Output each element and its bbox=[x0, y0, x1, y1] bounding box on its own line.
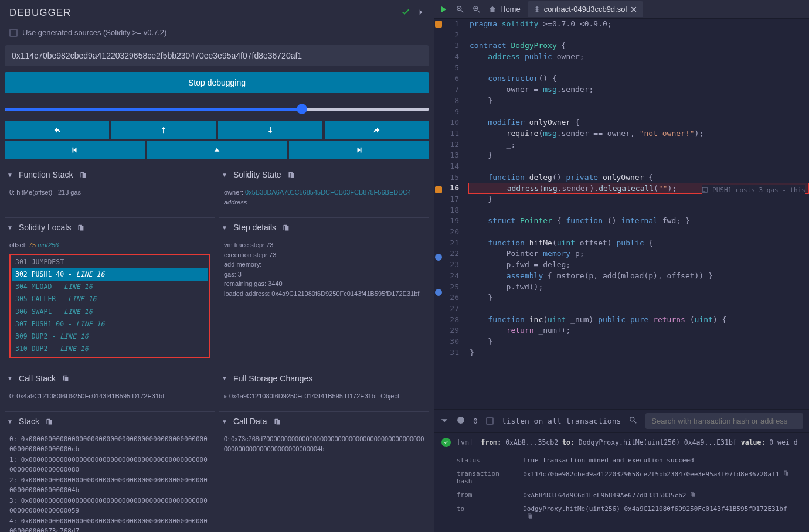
copy-icon[interactable] bbox=[282, 224, 290, 231]
inline-hint: PUSH1 costs 3 gas - this bbox=[702, 185, 805, 196]
copy-icon[interactable] bbox=[77, 224, 84, 231]
run-icon[interactable] bbox=[439, 5, 448, 14]
call-data-header[interactable]: ▼ Call Data bbox=[219, 411, 429, 431]
transaction-details-table: statustrue Transaction mined and executi… bbox=[456, 453, 802, 524]
terminal-search-input[interactable] bbox=[645, 413, 803, 429]
copy-icon[interactable] bbox=[62, 374, 69, 382]
copy-icon[interactable] bbox=[79, 171, 87, 179]
step-back-button[interactable] bbox=[5, 121, 109, 139]
step-slider[interactable] bbox=[5, 105, 429, 113]
call-data-panel: ▼ Call Data 0: 0x73c768d7000000000000000… bbox=[219, 411, 429, 532]
opcode-row[interactable]: 310 DUP2 - LINE 16 bbox=[12, 343, 208, 355]
search-icon[interactable] bbox=[629, 416, 637, 426]
file-tab[interactable]: contract-049d3ccb9d.sol bbox=[528, 1, 644, 17]
chevron-right-icon[interactable] bbox=[417, 9, 424, 18]
opcode-row[interactable]: 302 PUSH1 40 - LINE 16 bbox=[12, 268, 208, 281]
copy-icon[interactable] bbox=[783, 470, 789, 476]
function-stack-header[interactable]: ▼ Function Stack bbox=[5, 165, 215, 184]
terminal: 0 listen on all transactions [vm] from: … bbox=[434, 409, 809, 532]
stack-row: 1: 0x00000000000000000000000000000000000… bbox=[9, 455, 210, 475]
opcode-row[interactable]: 301 JUMPDEST - bbox=[12, 256, 208, 268]
pending-count: 0 bbox=[473, 417, 478, 425]
stack-row: 3: 0x00000000000000000000000000000000000… bbox=[9, 496, 210, 516]
jump-prev-button[interactable] bbox=[5, 141, 145, 159]
jump-next-button[interactable] bbox=[289, 141, 429, 159]
solidity-locals-header[interactable]: ▼ Solidity Locals bbox=[5, 217, 215, 237]
stack-header[interactable]: ▼ Stack bbox=[5, 411, 215, 431]
close-tab-icon[interactable] bbox=[630, 6, 637, 13]
copy-icon[interactable] bbox=[689, 491, 696, 497]
terminal-clear-icon[interactable] bbox=[457, 416, 465, 426]
copy-icon[interactable] bbox=[273, 418, 281, 425]
warning-marker[interactable] bbox=[435, 186, 442, 193]
check-icon[interactable] bbox=[401, 8, 410, 19]
editor-tabs: Home contract-049d3ccb9d.sol bbox=[434, 0, 809, 19]
home-tab[interactable]: Home bbox=[488, 5, 521, 13]
stack-row: 0: 0x00000000000000000000000000000000000… bbox=[9, 434, 210, 455]
code-editor[interactable]: 1234567891011121314151617181920212223242… bbox=[434, 19, 809, 409]
opcode-row[interactable]: 307 PUSH1 00 - LINE 16 bbox=[12, 318, 208, 330]
solidity-state-panel: ▼ Solidity State owner: 0x5B38DA6A701C56… bbox=[219, 165, 429, 213]
listen-label: listen on all transactions bbox=[502, 417, 621, 425]
stop-debugging-button[interactable]: Stop debugging bbox=[5, 72, 429, 93]
breakpoint-marker[interactable] bbox=[435, 289, 442, 296]
copy-icon[interactable] bbox=[45, 418, 53, 425]
use-generated-sources-label: Use generated sources (Solidity >= v0.7.… bbox=[22, 28, 166, 37]
opcode-row[interactable]: 304 MLOAD - LINE 16 bbox=[12, 281, 208, 293]
opcode-row[interactable]: 305 CALLER - LINE 16 bbox=[12, 293, 208, 305]
full-storage-header[interactable]: ▼ Full Storage Changes bbox=[219, 369, 429, 388]
zoom-out-icon[interactable] bbox=[456, 5, 465, 14]
terminal-toggle-icon[interactable] bbox=[440, 416, 448, 426]
function-stack-row: 0: hitMe(offset) - 213 gas bbox=[9, 187, 210, 197]
step-down-button[interactable] bbox=[218, 121, 322, 139]
debugger-title: DEBUGGER bbox=[9, 7, 71, 19]
editor-panel: Home contract-049d3ccb9d.sol 12345678910… bbox=[434, 0, 809, 532]
breakpoint-button[interactable] bbox=[147, 141, 287, 159]
call-stack-header[interactable]: ▼ Call Stack bbox=[5, 369, 215, 388]
opcode-row[interactable]: 309 DUP2 - LINE 16 bbox=[12, 330, 208, 343]
zoom-in-icon[interactable] bbox=[472, 5, 481, 14]
opcode-list: 301 JUMPDEST -302 PUSH1 40 - LINE 16304 … bbox=[9, 254, 210, 358]
solidity-locals-panel: ▼ Solidity Locals offset: 75 uint256 301… bbox=[5, 217, 215, 364]
step-details-header[interactable]: ▼ Step details bbox=[219, 217, 429, 237]
debugger-panel: DEBUGGER Use generated sources (Solidity… bbox=[0, 0, 434, 532]
stack-row: 4: 0x00000000000000000000000000000000000… bbox=[9, 516, 210, 532]
transaction-hash-input[interactable] bbox=[5, 45, 429, 66]
copy-icon[interactable] bbox=[287, 171, 295, 179]
copy-icon[interactable] bbox=[526, 513, 533, 519]
step-details-panel: ▼ Step details vm trace step: 73 executi… bbox=[219, 217, 429, 364]
svg-point-4 bbox=[630, 417, 634, 421]
stack-panel: ▼ Stack 0: 0x000000000000000000000000000… bbox=[5, 411, 215, 532]
breakpoint-marker[interactable] bbox=[435, 254, 442, 261]
success-icon bbox=[441, 438, 451, 447]
solidity-state-header[interactable]: ▼ Solidity State bbox=[219, 165, 429, 184]
step-up-button[interactable] bbox=[111, 121, 216, 139]
warning-marker[interactable] bbox=[435, 21, 442, 28]
full-storage-panel: ▼ Full Storage Changes ▸ 0x4a9C121080f6D… bbox=[219, 369, 429, 407]
stack-row: 2: 0x00000000000000000000000000000000000… bbox=[9, 475, 210, 496]
opcode-row[interactable]: 306 SWAP1 - LINE 16 bbox=[12, 306, 208, 318]
listen-checkbox[interactable] bbox=[486, 417, 494, 425]
use-generated-sources-checkbox[interactable] bbox=[9, 29, 18, 37]
function-stack-panel: ▼ Function Stack 0: hitMe(offset) - 213 … bbox=[5, 165, 215, 213]
transaction-log-line[interactable]: [vm] from: 0xAb8...35cb2 to: DodgyProxy.… bbox=[441, 438, 802, 447]
call-stack-panel: ▼ Call Stack 0: 0x4a9C121080f6D9250Fc014… bbox=[5, 369, 215, 407]
step-forward-button[interactable] bbox=[325, 121, 429, 139]
